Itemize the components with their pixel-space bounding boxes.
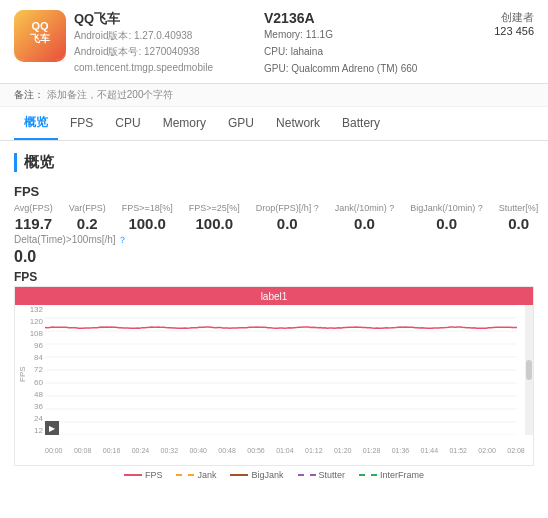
tab-cpu[interactable]: CPU <box>105 109 150 139</box>
x-axis-label: 01:28 <box>363 447 381 454</box>
metric-item: Stutter[%]0.0 <box>499 203 539 232</box>
x-axis-label: 00:56 <box>247 447 265 454</box>
x-axis-label: 00:08 <box>74 447 92 454</box>
tab-gpu[interactable]: GPU <box>218 109 264 139</box>
x-axis-label: 00:16 <box>103 447 121 454</box>
x-axis-label: 01:44 <box>421 447 439 454</box>
play-button[interactable]: ▶ <box>45 421 59 435</box>
android-version-label: Android版本: <box>74 30 131 41</box>
metric-label: Var(FPS) <box>69 203 106 213</box>
legend-item-bigjank: BigJank <box>230 470 283 480</box>
legend-label-jank: Jank <box>197 470 216 480</box>
app-header: QQ 飞车 QQ飞车 Android版本: 1.27.0.40938 Andro… <box>0 0 548 84</box>
x-axis-label: 00:32 <box>161 447 179 454</box>
chart-container: label1 1321201089684726048362412 FPS 00:… <box>14 286 534 466</box>
cpu-value: lahaina <box>291 46 323 57</box>
y-axis-label: 84 <box>34 353 43 362</box>
page-title: 概览 <box>14 153 534 172</box>
app-name: QQ飞车 <box>74 10 244 28</box>
y-axis-label: 36 <box>34 402 43 411</box>
note-text: 添加备注，不超过200个字符 <box>47 89 174 100</box>
y-axis-label: 120 <box>30 317 43 326</box>
y-axis-label: 12 <box>34 426 43 435</box>
android-build-label: Android版本号: <box>74 46 141 57</box>
metric-value: 100.0 <box>189 215 240 232</box>
legend-item-fps: FPS <box>124 470 163 480</box>
gpu-value: Qualcomm Adreno (TM) 660 <box>291 63 417 74</box>
nav-tabs: 概览FPSCPUMemoryGPUNetworkBattery <box>0 107 548 141</box>
metric-value: 0.0 <box>410 215 483 232</box>
y-axis-label: 72 <box>34 365 43 374</box>
legend-item-interframe: InterFrame <box>359 470 424 480</box>
metric-value: 0.0 <box>256 215 319 232</box>
metric-label: FPS>=25[%] <box>189 203 240 213</box>
metric-item: Avg(FPS)119.7 <box>14 203 53 232</box>
y-axis-label: 60 <box>34 378 43 387</box>
cpu-label: CPU: <box>264 46 288 57</box>
device-info: V2136A Memory: 11.1G CPU: lahaina GPU: Q… <box>264 10 494 77</box>
metric-value: 0.0 <box>335 215 395 232</box>
chart-label-bar: label1 <box>15 287 533 305</box>
page-section: 概览 <box>0 141 548 180</box>
tab-network[interactable]: Network <box>266 109 330 139</box>
legend-label-interframe: InterFrame <box>380 470 424 480</box>
delta-row: Delta(Time)>100ms[/h] ？ 0.0 <box>0 232 548 266</box>
creator-id: 123 456 <box>494 25 534 37</box>
metric-label: Avg(FPS) <box>14 203 53 213</box>
tab-fps[interactable]: FPS <box>60 109 103 139</box>
legend-line-fps <box>124 474 142 476</box>
delta-label: Delta(Time)>100ms[/h] ？ <box>14 234 534 247</box>
x-axis-label: 02:00 <box>478 447 496 454</box>
x-axis-label: 00:24 <box>132 447 150 454</box>
legend-label-bigjank: BigJank <box>251 470 283 480</box>
chart-title: FPS <box>14 270 534 284</box>
metrics-row: Avg(FPS)119.7Var(FPS)0.2FPS>=18[%]100.0F… <box>0 201 548 232</box>
legend-label-stutter: Stutter <box>319 470 346 480</box>
y-axis-label: 96 <box>34 341 43 350</box>
x-axis-label: 01:20 <box>334 447 352 454</box>
legend-item-stutter: Stutter <box>298 470 346 480</box>
metric-item: FPS>=18[%]100.0 <box>122 203 173 232</box>
metric-label: BigJank(/10min) ? <box>410 203 483 213</box>
y-axis-label: 48 <box>34 390 43 399</box>
fps-section-title: FPS <box>0 180 548 201</box>
fps-section: FPS Avg(FPS)119.7Var(FPS)0.2FPS>=18[%]10… <box>0 180 548 266</box>
tab-battery[interactable]: Battery <box>332 109 390 139</box>
legend-label-fps: FPS <box>145 470 163 480</box>
legend-item-jank: Jank <box>176 470 216 480</box>
metric-item: Jank(/10min) ?0.0 <box>335 203 395 232</box>
y-axis-label: 132 <box>30 305 43 314</box>
memory-value: 11.1G <box>306 29 333 40</box>
legend-line-stutter <box>298 474 316 476</box>
metric-label: Jank(/10min) ? <box>335 203 395 213</box>
legend-line-jank <box>176 474 194 476</box>
x-axis-label: 01:04 <box>276 447 294 454</box>
creator-info: 创建者 123 456 <box>494 10 534 37</box>
creator-label: 创建者 <box>494 10 534 25</box>
chart-legend: FPSJankBigJankStutterInterFrame <box>14 466 534 482</box>
gpu-label: GPU: <box>264 63 288 74</box>
y-axis-label: 108 <box>30 329 43 338</box>
chart-x-axis: 00:0000:0800:1600:2400:3200:4000:4800:56… <box>45 435 525 465</box>
tab-memory[interactable]: Memory <box>153 109 216 139</box>
scrollbar-thumb <box>526 360 532 380</box>
y-axis-label: 24 <box>34 414 43 423</box>
note-bar[interactable]: 备注： 添加备注，不超过200个字符 <box>0 84 548 107</box>
package-name: com.tencent.tmgp.speedmobile <box>74 62 213 73</box>
x-axis-label: 01:36 <box>392 447 410 454</box>
android-build: 1270040938 <box>144 46 200 57</box>
metric-label: Stutter[%] <box>499 203 539 213</box>
delta-value: 0.0 <box>14 248 534 266</box>
metric-label: FPS>=18[%] <box>122 203 173 213</box>
metric-item: Var(FPS)0.2 <box>69 203 106 232</box>
metric-item: FPS>=25[%]100.0 <box>189 203 240 232</box>
chart-scrollbar[interactable] <box>525 305 533 435</box>
chart-section: FPS label1 1321201089684726048362412 FPS… <box>0 266 548 482</box>
metric-value: 119.7 <box>14 215 53 232</box>
tab-概览[interactable]: 概览 <box>14 107 58 140</box>
android-version: 1.27.0.40938 <box>134 30 192 41</box>
svg-text:QQ: QQ <box>31 20 49 32</box>
chart-y-title: FPS <box>18 370 27 382</box>
legend-line-interframe <box>359 474 377 476</box>
chart-svg <box>45 305 517 435</box>
